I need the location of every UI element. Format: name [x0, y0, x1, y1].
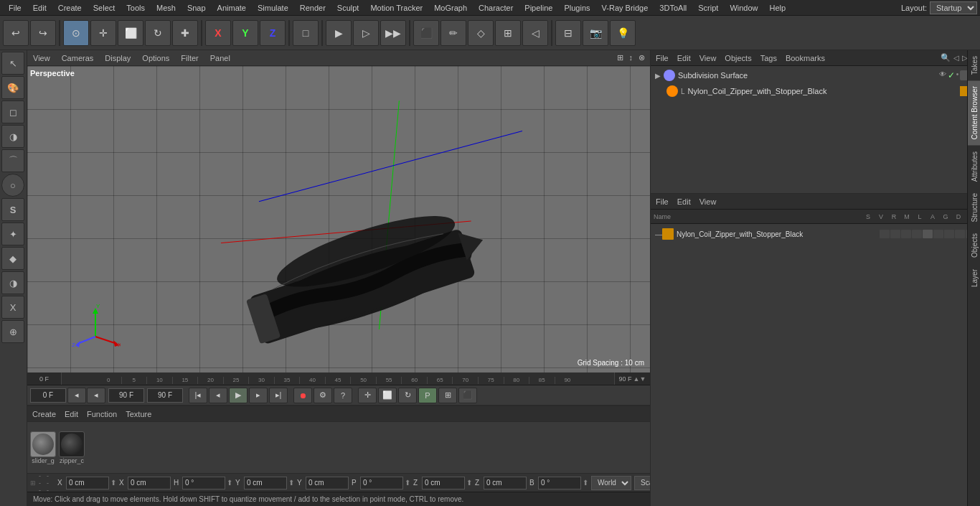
obj-view-btn[interactable]: View — [697, 53, 719, 63]
timeline-playhead[interactable]: 0 5 10 15 20 25 30 35 40 45 50 55 60 65 … — [62, 374, 614, 384]
subdivision-dot[interactable]: • — [956, 70, 959, 80]
b-rot-arrows[interactable]: ⬆ — [583, 479, 588, 487]
sidebar-simulation[interactable]: ○ — [1, 174, 24, 197]
menu-create[interactable]: Create — [52, 2, 88, 14]
tree-item-subdivision[interactable]: ▶ Subdivision Surface 👁 ✓ • ≡ — [652, 67, 979, 83]
sidebar-sculpt[interactable]: ◑ — [1, 125, 24, 148]
menu-edit[interactable]: Edit — [27, 2, 52, 14]
rotate-button[interactable]: ↻ — [145, 20, 171, 46]
prev-frame-btn2[interactable]: ◂ — [209, 388, 227, 403]
menu-simulate[interactable]: Simulate — [252, 2, 294, 14]
redo-button[interactable]: ↪ — [30, 20, 56, 46]
sidebar-xpresso[interactable]: X — [1, 296, 24, 319]
vp-options-btn[interactable]: Options — [139, 53, 172, 63]
prev-frame-btn[interactable]: ◂ — [67, 388, 86, 403]
menu-vray[interactable]: V-Ray Bridge — [596, 2, 654, 14]
camera-button[interactable]: 📷 — [583, 20, 608, 46]
h-rot-field[interactable]: 0 ° — [182, 477, 225, 489]
material-item-slider-g[interactable]: slider_g — [30, 431, 56, 464]
light-button[interactable]: 💡 — [610, 20, 636, 46]
mat-col-icon-3[interactable] — [901, 230, 911, 238]
menu-character[interactable]: Character — [473, 2, 519, 14]
sidebar-generator[interactable]: S — [1, 198, 24, 221]
vtab-attributes[interactable]: Attributes — [968, 146, 980, 187]
sidebar-deform[interactable]: ⌒ — [1, 149, 24, 172]
menu-script[interactable]: Script — [692, 2, 724, 14]
sidebar-arrow-select[interactable]: ↖ — [1, 52, 24, 75]
menu-pipeline[interactable]: Pipeline — [519, 2, 558, 14]
vp-icon-3[interactable]: ⊗ — [636, 52, 647, 63]
menu-help[interactable]: Help — [764, 2, 792, 14]
render-view-button[interactable]: ▶ — [326, 20, 352, 46]
mat-row-zipper[interactable]: — Nylon_Coil_Zipper_with_Stopper_Black — [652, 225, 979, 243]
render-region-button[interactable]: ▷ — [353, 20, 379, 46]
cube-button[interactable]: ⬛ — [413, 20, 439, 46]
mat-edit-btn[interactable]: Edit — [62, 409, 80, 419]
toggle-btn-2[interactable]: ⬜ — [378, 388, 397, 403]
mat-function-btn[interactable]: Function — [85, 409, 119, 419]
vtab-structure[interactable]: Structure — [968, 187, 980, 228]
z-pos-arrows[interactable]: ⬆ — [466, 479, 472, 487]
x-pos-arrows[interactable]: ⬆ — [110, 479, 116, 487]
world-select[interactable]: World — [591, 476, 631, 490]
x-size-field[interactable]: 0 cm — [128, 477, 171, 489]
subdivision-eye[interactable]: 👁 — [939, 70, 946, 80]
mat-col-icon-2[interactable] — [890, 230, 900, 238]
timeline-end-arrows[interactable]: ▲▼ — [633, 375, 646, 383]
toggle-btn-3[interactable]: ↻ — [398, 388, 417, 403]
mat-mgr-view-btn[interactable]: View — [697, 197, 719, 207]
menu-mesh[interactable]: Mesh — [151, 2, 182, 14]
move-button[interactable]: ✛ — [90, 20, 116, 46]
viewport[interactable]: Perspective — [27, 66, 650, 373]
obj-bookmarks-btn[interactable]: Bookmarks — [783, 53, 827, 63]
obj-objects-btn[interactable]: Objects — [722, 53, 753, 63]
play-btn[interactable]: ▶ — [229, 388, 248, 403]
playback-end-field[interactable] — [108, 388, 144, 403]
vp-display-btn[interactable]: Display — [102, 53, 133, 63]
menu-sculpt[interactable]: Sculpt — [331, 2, 365, 14]
y-pos-arrows[interactable]: ⬆ — [288, 479, 294, 487]
mat-create-btn[interactable]: Create — [30, 409, 58, 419]
vp-filter-btn[interactable]: Filter — [178, 53, 201, 63]
x-pos-field[interactable]: 0 cm — [66, 477, 109, 489]
menu-tools[interactable]: Tools — [121, 2, 151, 14]
obj-file-btn[interactable]: File — [654, 53, 671, 63]
playback-start-field[interactable] — [30, 388, 66, 403]
sidebar-materials[interactable]: ◑ — [1, 271, 24, 294]
vp-icon-2[interactable]: ↕ — [627, 52, 636, 63]
z-pos-field[interactable]: 0 cm — [422, 477, 465, 489]
x-axis-button[interactable]: X — [205, 20, 231, 46]
go-end-btn[interactable]: ▸| — [269, 388, 288, 403]
transform-button[interactable]: ✚ — [172, 20, 198, 46]
mat-texture-btn[interactable]: Texture — [123, 409, 154, 419]
vp-panel-btn[interactable]: Panel — [207, 53, 233, 63]
mat-col-icon-4[interactable] — [912, 230, 922, 238]
sidebar-polygon[interactable]: ◻ — [1, 100, 24, 123]
p-rot-arrows[interactable]: ⬆ — [405, 479, 410, 487]
toggle-btn-4[interactable]: P — [418, 388, 437, 403]
next-frame-btn[interactable]: ▸ — [249, 388, 268, 403]
toggle-btn-5[interactable]: ⊞ — [438, 388, 457, 403]
vtab-content-browser[interactable]: Content Browser — [968, 80, 980, 145]
vtab-takes[interactable]: Takes — [968, 50, 980, 80]
sidebar-additional[interactable]: ⊕ — [1, 320, 24, 343]
z-size-field[interactable]: 0 cm — [484, 477, 527, 489]
y-size-field[interactable]: 0 cm — [306, 477, 349, 489]
material-item-zipper-c[interactable]: zipper_c — [59, 431, 85, 464]
y-pos-field[interactable]: 0 cm — [244, 477, 287, 489]
vp-view-btn[interactable]: View — [30, 53, 53, 63]
mat-col-icon-5[interactable] — [923, 230, 933, 238]
array-button[interactable]: ⊞ — [495, 20, 521, 46]
menu-file[interactable]: File — [3, 2, 27, 14]
playback-goto-field[interactable] — [147, 388, 183, 403]
mat-mgr-edit-btn[interactable]: Edit — [675, 197, 693, 207]
menu-animate[interactable]: Animate — [212, 2, 252, 14]
vp-cameras-btn[interactable]: Cameras — [59, 53, 97, 63]
mat-mgr-file-btn[interactable]: File — [654, 197, 671, 207]
search-icon[interactable]: 🔍 — [941, 53, 951, 62]
menu-snap[interactable]: Snap — [182, 2, 212, 14]
tree-item-zipper[interactable]: L Nylon_Coil_Zipper_with_Stopper_Black ≡ — [664, 83, 979, 99]
go-start-btn[interactable]: |◂ — [189, 388, 207, 403]
pen-button[interactable]: ✏ — [440, 20, 466, 46]
h-rot-arrows[interactable]: ⬆ — [227, 479, 232, 487]
